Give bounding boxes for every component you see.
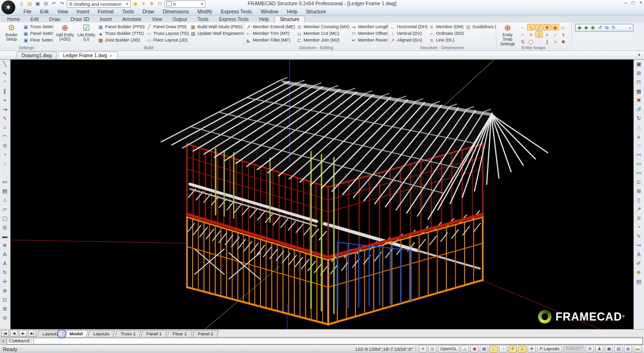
member-cut-icon[interactable]: ⊏	[634, 177, 644, 187]
plot-preview-icon[interactable]: ⊞	[42, 1, 49, 7]
ribbon-tab-annotate[interactable]: Annotate	[117, 16, 146, 22]
ribbon-tab-draw[interactable]: Draw	[44, 16, 65, 22]
settings-gear-icon[interactable]: ⚙	[586, 345, 594, 353]
array-polar-icon[interactable]: ∺	[634, 150, 644, 159]
ribbon-tab-insert[interactable]: Insert	[94, 16, 117, 22]
ribbon-tab-edit[interactable]: Edit	[25, 16, 44, 22]
menu-structure[interactable]: Structure	[301, 9, 331, 14]
draw-ellipse-arc-icon[interactable]: ◔	[0, 150, 10, 159]
member-trim-mt-button[interactable]: ⊢Member Trim (MT)	[246, 30, 295, 37]
osnap-toggle-icon[interactable]: ✛	[509, 345, 517, 353]
member-crossing-mx-button[interactable]: ⊠Member Crossing (MX)	[296, 23, 349, 30]
unlock-icon[interactable]: ⊓	[156, 1, 163, 7]
zoom-window-icon[interactable]: ⊡	[0, 295, 10, 304]
edit-polyline-icon[interactable]: ↪	[634, 241, 644, 250]
snap-toggle-icon-r2c4[interactable]: ∿	[551, 38, 559, 45]
member-fillet-mf-button[interactable]: ◣Member Fillet (MF)	[246, 37, 295, 43]
horizontal-dh-button[interactable]: ↔Horizontal (DH)	[390, 23, 427, 30]
cylinder-icon[interactable]: ▯	[634, 196, 644, 205]
layout-tab-floor-1[interactable]: Floor 1	[167, 330, 193, 337]
ribbon-tab-structure[interactable]: Structure	[274, 16, 305, 22]
array-icon[interactable]: ▦	[634, 87, 644, 96]
command-input[interactable]: Command:	[7, 338, 643, 344]
floor-settings-button[interactable]: ▣Floor Settings	[23, 37, 53, 43]
snap-toggle-icon-r2c5[interactable]: ✖	[560, 38, 567, 45]
draw-ellipse-icon[interactable]: ⊙	[0, 141, 10, 150]
close-icon[interactable]: ×	[0, 339, 7, 343]
box-3d-icon[interactable]: ⊠	[634, 187, 644, 196]
menu-dimensions[interactable]: Dimensions	[158, 9, 193, 14]
close-icon[interactable]: ×	[110, 53, 113, 58]
member-extend-me-button[interactable]: ↗Member Extend (ME)	[246, 23, 295, 30]
update-wall-engineering-pua-button[interactable]: ▨Update Wall Engineering (PUA)	[190, 30, 244, 37]
snap-toggle-icon-r1c5[interactable]: ↯	[560, 31, 567, 38]
member-dm-button[interactable]: ∓Member (DM)	[429, 23, 464, 30]
snap-toggle-icon-r2c3[interactable]: ∥	[543, 38, 551, 45]
opengl-button[interactable]: OpenGL	[438, 345, 459, 353]
vertical-dv-button[interactable]: ↕Vertical (DV)	[390, 30, 427, 37]
member-offset-mo-button[interactable]: ⊓Member Offset (MO)	[351, 30, 388, 37]
truss-layout-td-button[interactable]: ▭Truss Layout (TD)	[146, 30, 189, 37]
draw-divide-icon[interactable]: ∴	[0, 159, 10, 168]
panel-builder-ppd-button[interactable]: ▦Panel Builder (PPD)	[98, 23, 145, 30]
floor-layout-jd-button[interactable]: ▭Floor Layout (JD)	[146, 37, 189, 43]
sketch-pencil-icon[interactable]: ✎	[0, 114, 10, 123]
menu-insert[interactable]: Insert	[73, 9, 93, 14]
snap-toggle-icon-r1c4[interactable]: ○	[551, 31, 559, 38]
border-setup-button[interactable]: ⚙Border Setup	[1, 23, 21, 42]
close-button[interactable]: ×	[639, 0, 642, 5]
globe-icon[interactable]: ◍	[624, 345, 632, 353]
draw-region-icon[interactable]: ▢	[0, 214, 10, 223]
member-new-icon[interactable]: ▭	[634, 159, 644, 168]
draw-spline-icon[interactable]: ∿	[0, 69, 10, 78]
orbit-center-icon[interactable]: ◉	[591, 24, 595, 31]
snap-toggle-icon-r0c4[interactable]: ◉	[551, 24, 559, 31]
lightbulb-icon[interactable]: ◉	[132, 1, 139, 7]
copy-multiple-icon[interactable]: ⊞	[634, 69, 644, 78]
truss-builder-ttd-button[interactable]: ▲Truss Builder (TTD)	[98, 30, 145, 37]
new-file-icon[interactable]: ▯	[18, 1, 25, 7]
undo-icon[interactable]: ↶	[51, 1, 57, 7]
array-rect-icon[interactable]: ∷	[634, 141, 644, 150]
erase-icon[interactable]: ✖	[634, 96, 644, 105]
ordinate-do-button[interactable]: ⌐Ordinate (DO)	[429, 30, 464, 37]
leader-icon[interactable]: ↗	[634, 205, 644, 214]
draw-wave-icon[interactable]: ≈	[0, 96, 10, 105]
panel-settings-button[interactable]: ▣Panel Settings	[23, 30, 53, 37]
draw-donut-icon[interactable]: ◎	[0, 223, 10, 232]
rotate-view-icon[interactable]: ↺	[598, 24, 602, 31]
draw-parallel-icon[interactable]: ∥	[0, 87, 10, 96]
pan-icon[interactable]: ✛	[0, 277, 10, 286]
document-tab-drawing1-dwg[interactable]: Drawing1.dwg	[16, 52, 58, 59]
redo-icon[interactable]: ↷	[59, 1, 65, 7]
layout-tab-layouts[interactable]: Layouts	[88, 330, 115, 337]
crosshair-icon[interactable]: ✛	[528, 345, 536, 353]
zoom-extents-icon[interactable]: ⊞	[0, 304, 10, 313]
user-icon[interactable]: ♟	[595, 345, 603, 353]
copy-entity-icon[interactable]: ▣	[634, 60, 644, 69]
menu-draw[interactable]: Draw	[138, 9, 159, 14]
snap-toggle-icon-r1c1[interactable]: ∧	[527, 31, 535, 38]
layout-tab-panel-2[interactable]: Panel 2	[192, 330, 219, 337]
joist-builder-jid-button[interactable]: ▩Joist Builder (JID)	[98, 37, 145, 43]
menu-modify[interactable]: Modify	[193, 9, 217, 14]
draw-polygon-icon[interactable]: ⌂	[0, 196, 10, 205]
zoom-out-icon[interactable]: ⊖	[0, 313, 10, 322]
mirror-icon[interactable]: △	[634, 123, 644, 132]
eraser-icon[interactable]: ✐	[634, 259, 644, 268]
menu-window[interactable]: Window	[256, 9, 282, 14]
workspace-selector[interactable]: ⚙ Drafting and Annotation ▼	[67, 0, 131, 8]
next-layout-button[interactable]: ▶	[19, 330, 27, 337]
ribbon-tab-draw-3d[interactable]: Draw 3D	[65, 16, 94, 22]
add-entity-add-button[interactable]: ⊕Add Entity (ADD)	[55, 23, 75, 42]
draw-leader-icon[interactable]: ↝	[0, 105, 10, 114]
text-single-icon[interactable]: A	[0, 250, 10, 259]
draw-arc-icon[interactable]: ◠	[0, 132, 10, 141]
draw-rectangle-icon[interactable]: ▭	[0, 177, 10, 187]
orbit-icon[interactable]: ↻	[0, 268, 10, 277]
restore-button[interactable]: □	[632, 0, 634, 5]
draw-point-icon[interactable]: ·	[0, 168, 10, 177]
menu-tools[interactable]: Tools	[118, 9, 138, 14]
snap-toggle-icon-r1c2[interactable]: ⊥	[535, 31, 543, 38]
menu-format[interactable]: Format	[93, 9, 118, 14]
